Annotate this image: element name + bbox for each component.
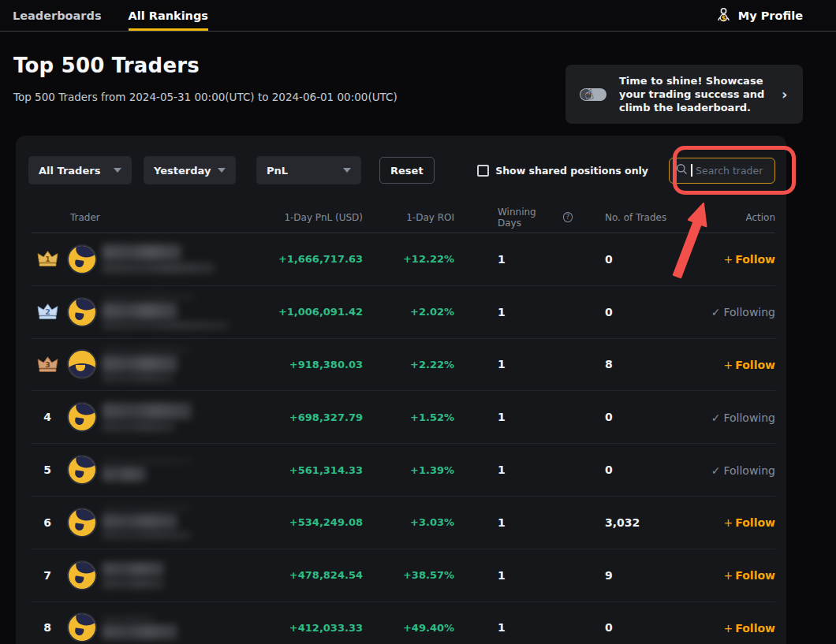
roi-value: +12.22% xyxy=(363,253,454,265)
plus-icon: + xyxy=(724,359,733,371)
avatar-cell xyxy=(63,404,103,430)
rank-crown-silver-icon: 2 xyxy=(37,303,58,321)
table-row[interactable]: 8 +412,033.33 +49.40% 1 0 +Follow xyxy=(32,602,775,644)
search-trader-input[interactable] xyxy=(696,165,767,177)
trader-avatar[interactable] xyxy=(69,404,95,430)
blurred-name-line xyxy=(103,514,177,529)
time-range-dropdown[interactable]: Yesterday xyxy=(144,156,236,184)
avatar-cell xyxy=(63,351,103,378)
table-row[interactable]: 6 +534,249.08 +3.03% 1 3,032 +Follow xyxy=(32,497,775,549)
blurred-name-line xyxy=(103,579,164,589)
trader-avatar[interactable] xyxy=(69,351,95,378)
rank-number: 7 xyxy=(43,569,51,582)
following-button[interactable]: ✓Following xyxy=(711,306,775,318)
follow-button[interactable]: +Follow xyxy=(724,516,776,529)
plus-icon: + xyxy=(724,516,733,529)
trader-name-blur xyxy=(103,403,252,432)
table-row[interactable]: 7 +478,824.54 +38.57% 1 9 +Follow xyxy=(32,549,775,602)
blurred-name-line xyxy=(103,624,177,639)
action-cell: +Follow xyxy=(683,357,775,372)
blurred-name-line xyxy=(103,303,177,319)
following-button[interactable]: ✓Following xyxy=(711,464,775,477)
blurred-name-line xyxy=(103,562,164,576)
info-icon[interactable]: ? xyxy=(563,212,573,222)
action-cell: +Follow xyxy=(683,515,775,530)
action-cell: ✓Following xyxy=(683,304,775,319)
trades-value: 8 xyxy=(573,358,683,370)
trades-value: 0 xyxy=(573,621,683,634)
rank-cell: 8 xyxy=(32,621,63,634)
trades-value: 3,032 xyxy=(573,516,683,529)
promo-banner[interactable]: ☝ Time to shine! Showcase your trading s… xyxy=(565,65,803,124)
rank-crown-bronze-icon: 3 xyxy=(37,356,58,374)
tab-leaderboards-label: Leaderboards xyxy=(13,9,102,22)
column-roi: 1-Day ROI xyxy=(363,212,454,223)
action-cell: +Follow xyxy=(683,251,775,266)
follow-button[interactable]: +Follow xyxy=(724,622,776,635)
profile-dollar-icon: $ xyxy=(715,6,732,25)
table-header-row: Trader 1-Day PnL (USD) 1-Day ROI Winning… xyxy=(32,202,775,233)
winning-days-value: 1 xyxy=(454,358,573,370)
table-row[interactable]: 4 +698,327.79 +1.52% 1 0 ✓Following xyxy=(32,391,775,444)
roi-value: +3.03% xyxy=(363,516,454,528)
trader-avatar[interactable] xyxy=(69,456,95,483)
shared-positions-checkbox-wrap[interactable]: Show shared positions only xyxy=(477,165,648,177)
blurred-name-line xyxy=(103,403,192,419)
follow-button[interactable]: +Follow xyxy=(724,253,776,266)
banner-text: Time to shine! Showcase your trading suc… xyxy=(619,74,769,114)
rank-cell: 1 xyxy=(32,250,63,268)
check-icon: ✓ xyxy=(711,306,721,318)
pnl-value: +412,033.33 xyxy=(252,622,363,634)
traders-table: Trader 1-Day PnL (USD) 1-Day ROI Winning… xyxy=(16,202,786,644)
table-row[interactable]: 2 +1,006,091.42 +2.02% 1 0 ✓Following xyxy=(32,286,775,339)
table-row[interactable]: 3 +918,380.03 +2.22% 1 8 +Follow xyxy=(32,339,775,392)
winning-days-value: 1 xyxy=(454,569,573,582)
blurred-name-line xyxy=(103,244,181,260)
blurred-name-line xyxy=(103,531,191,539)
rank-number: 5 xyxy=(43,463,51,476)
column-trades: No. of Trades xyxy=(573,212,683,223)
following-button[interactable]: ✓Following xyxy=(711,411,775,424)
action-cell: +Follow xyxy=(683,568,775,583)
trader-type-dropdown[interactable]: All Traders xyxy=(28,156,132,184)
winning-days-value: 1 xyxy=(454,516,573,529)
action-cell: +Follow xyxy=(683,620,775,635)
trader-name-blur xyxy=(103,616,252,639)
blurred-name-line xyxy=(103,616,155,622)
action-cell: ✓Following xyxy=(683,463,775,478)
winning-days-value: 1 xyxy=(454,463,573,476)
winning-days-value: 1 xyxy=(454,306,573,318)
reset-button[interactable]: Reset xyxy=(379,157,435,184)
svg-text:$: $ xyxy=(721,13,726,21)
tab-leaderboards[interactable]: Leaderboards xyxy=(13,0,102,31)
trader-avatar[interactable] xyxy=(69,509,95,536)
avatar-cell xyxy=(63,456,103,483)
trades-value: 0 xyxy=(573,253,683,266)
sort-by-dropdown[interactable]: PnL xyxy=(256,156,361,184)
trader-avatar[interactable] xyxy=(69,614,95,641)
avatar-cell xyxy=(63,299,103,326)
svg-text:2: 2 xyxy=(45,307,50,316)
chevron-right-icon[interactable]: › xyxy=(782,86,787,102)
trader-avatar[interactable] xyxy=(69,246,95,273)
shared-positions-checkbox[interactable] xyxy=(477,165,489,177)
trader-avatar[interactable] xyxy=(69,299,95,326)
follow-button[interactable]: +Follow xyxy=(724,359,776,371)
my-profile-label: My Profile xyxy=(738,9,803,22)
rank-cell: 4 xyxy=(32,411,63,423)
search-trader-box[interactable] xyxy=(669,158,775,184)
sort-by-value: PnL xyxy=(267,165,288,177)
rank-cell: 3 xyxy=(32,356,63,374)
table-row[interactable]: 1 +1,666,717.63 +12.22% 1 0 +Follow xyxy=(32,233,775,286)
table-body: 1 +1,666,717.63 +12.22% 1 0 +Follow 2 +1… xyxy=(32,233,775,644)
tab-all-rankings[interactable]: All Rankings xyxy=(129,0,208,31)
follow-button[interactable]: +Follow xyxy=(724,569,776,582)
roi-value: +2.02% xyxy=(363,306,454,318)
showcase-toggle[interactable] xyxy=(580,88,606,101)
blurred-name-line xyxy=(103,505,192,512)
table-row[interactable]: 5 +561,314.33 +1.39% 1 0 ✓Following xyxy=(32,444,775,497)
pnl-value: +561,314.33 xyxy=(252,464,363,476)
my-profile-button[interactable]: $ My Profile xyxy=(715,6,803,25)
trader-avatar[interactable] xyxy=(69,562,95,589)
rank-cell: 6 xyxy=(32,516,63,529)
